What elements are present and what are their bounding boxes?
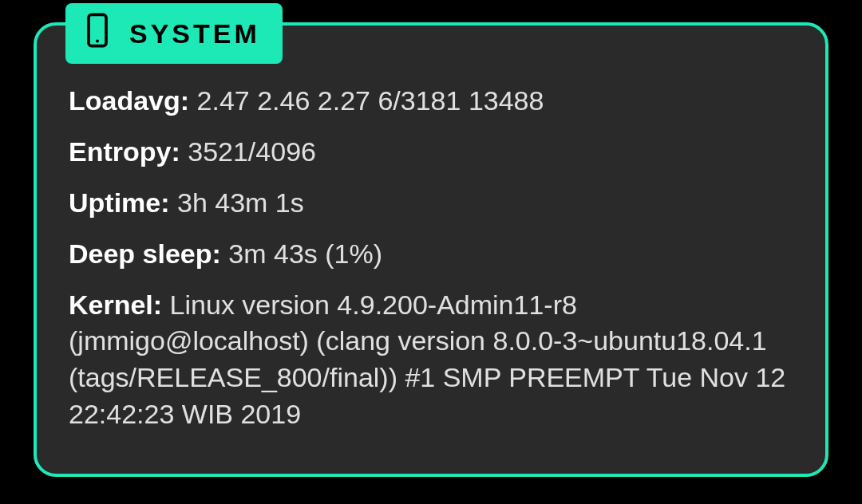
svg-point-1 xyxy=(96,39,99,42)
loadavg-value: 2.47 2.46 2.27 6/3181 13488 xyxy=(197,85,544,116)
loadavg-row: Loadavg: 2.47 2.46 2.27 6/3181 13488 xyxy=(69,83,793,120)
kernel-row: Kernel: Linux version 4.9.200-Admin11-r8… xyxy=(69,287,793,434)
kernel-label: Kernel: xyxy=(69,289,162,320)
uptime-value: 3h 43m 1s xyxy=(177,187,304,218)
deepsleep-label: Deep sleep: xyxy=(69,238,221,269)
uptime-row: Uptime: 3h 43m 1s xyxy=(69,185,793,222)
deepsleep-value: 3m 43s (1%) xyxy=(228,238,382,269)
panel-title: SYSTEM xyxy=(129,18,260,49)
system-panel: SYSTEM Loadavg: 2.47 2.46 2.27 6/3181 13… xyxy=(34,22,828,477)
kernel-value: Linux version 4.9.200-Admin11-r8 (jmmigo… xyxy=(69,289,785,430)
entropy-row: Entropy: 3521/4096 xyxy=(69,134,793,171)
entropy-value: 3521/4096 xyxy=(188,136,316,167)
entropy-label: Entropy: xyxy=(69,136,180,167)
deepsleep-row: Deep sleep: 3m 43s (1%) xyxy=(69,236,793,273)
uptime-label: Uptime: xyxy=(69,187,170,218)
system-badge: SYSTEM xyxy=(65,3,283,64)
phone-icon xyxy=(85,13,110,54)
loadavg-label: Loadavg: xyxy=(69,85,189,116)
